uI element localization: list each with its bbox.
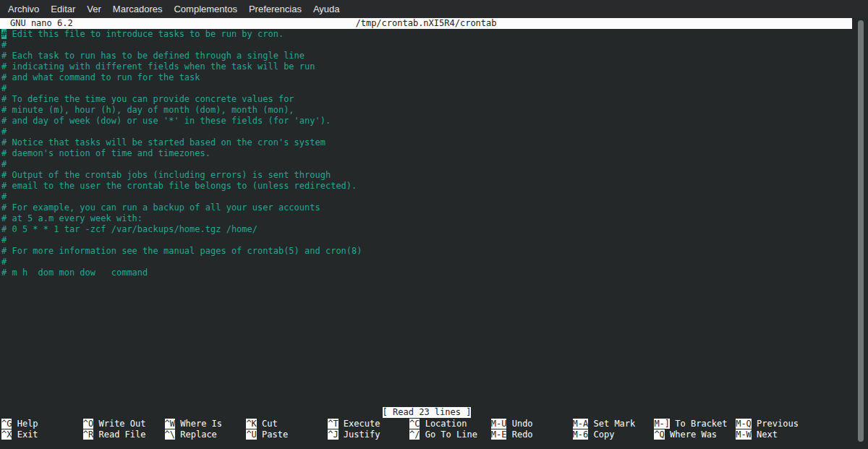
nano-version-label: GNU nano 6.2 (10, 18, 73, 29)
menu-item-preferencias[interactable]: Preferencias (243, 0, 307, 18)
shortcut-read-file: ^R Read File (83, 429, 165, 440)
shortcut-key: ^J (328, 429, 338, 440)
shortcut-label: Exit (12, 429, 38, 440)
text-cursor: # (1, 29, 7, 39)
shortcut-key: ^X (1, 429, 12, 440)
shortcut-exit: ^X Exit (1, 429, 83, 440)
editor-line: # For example, you can run a backup of a… (1, 202, 852, 213)
shortcut-bar-row-2: ^X Exit^R Read File^\ Replace^U Paste^J … (1, 429, 841, 440)
status-row: [ Read 23 lines ] (0, 407, 854, 418)
shortcut-undo: M-U Undo (491, 419, 573, 429)
shortcut-key: M-U (491, 419, 507, 429)
shortcut-key: ^R (83, 429, 93, 440)
menu-item-complementos[interactable]: Complementos (168, 0, 242, 18)
shortcut-key: ^/ (409, 429, 420, 440)
editor-line: # (1, 192, 852, 202)
shortcut-label: Cut (257, 419, 278, 429)
terminal-window: ArchivoEditarVerMarcadoresComplementosPr… (0, 0, 868, 449)
editor-line: # (1, 127, 852, 137)
shortcut-justify: ^J Justify (328, 429, 409, 440)
menu-item-ver[interactable]: Ver (81, 0, 107, 18)
shortcut-key: ^W (165, 419, 175, 429)
menu-item-archivo[interactable]: Archivo (2, 0, 45, 18)
nano-title-bar: GNU nano 6.2 /tmp/crontab.nXI5R4/crontab (0, 18, 852, 29)
shortcut-where-is: ^W Where Is (165, 419, 247, 429)
shortcut-execute: ^T Execute (328, 419, 409, 429)
shortcut-label: Help (12, 419, 38, 429)
editor-line: # and what command to run for the task (1, 72, 852, 83)
shortcut-write-out: ^O Write Out (83, 419, 165, 429)
shortcut-label: Undo (506, 419, 532, 429)
shortcut-set-mark: M-A Set Mark (573, 419, 655, 429)
editor-line: # (1, 159, 852, 170)
shortcut-label: Set Mark (588, 419, 635, 429)
shortcut-where-was: ^Q Where Was (654, 429, 736, 440)
shortcut-redo: M-E Redo (491, 429, 573, 440)
shortcut-label: Execute (339, 419, 380, 429)
shortcut-key: ^U (246, 429, 256, 440)
shortcut-key: M-Q (736, 419, 752, 429)
shortcut-label: Copy (588, 429, 614, 440)
shortcut-key: ^Q (654, 429, 664, 440)
shortcut-label: Location (420, 419, 467, 429)
shortcut-go-to-line: ^/ Go To Line (409, 429, 491, 440)
editor-line: # For more information see the manual pa… (1, 246, 852, 257)
editor-line: # Notice that tasks will be started base… (1, 137, 852, 148)
shortcut-key: M-E (491, 429, 507, 440)
shortcut-label: Redo (506, 429, 532, 440)
editor-line: # and day of week (dow) or use '*' in th… (1, 116, 852, 127)
shortcut-label: To Bracket (670, 419, 727, 429)
shortcut-key: ^K (246, 419, 256, 429)
editor-line: # Edit this file to introduce tasks to b… (1, 29, 852, 40)
editor-text-area[interactable]: # Edit this file to introduce tasks to b… (1, 29, 852, 278)
shortcut-label: Go To Line (420, 429, 477, 440)
shortcut-label: Previous (752, 419, 799, 429)
shortcut-key: ^C (409, 419, 420, 429)
menu-item-ayuda[interactable]: Ayuda (307, 0, 346, 18)
shortcut-key: ^G (1, 419, 12, 429)
file-path-label: /tmp/crontab.nXI5R4/crontab (0, 18, 852, 29)
editor-line: # minute (m), hour (h), day of month (do… (1, 105, 852, 116)
editor-line: # To define the time you can provide con… (1, 94, 852, 105)
status-message: [ Read 23 lines ] (383, 407, 472, 418)
shortcut-key: ^T (328, 419, 338, 429)
shortcut-label: Where Was (665, 429, 717, 440)
shortcut-label: Paste (257, 429, 288, 440)
menu-bar: ArchivoEditarVerMarcadoresComplementosPr… (0, 0, 868, 18)
shortcut-copy: M-6 Copy (573, 429, 655, 440)
shortcut-previous: M-Q Previous (736, 419, 817, 429)
shortcut-key: M-6 (573, 429, 589, 440)
shortcut-key: M-W (736, 429, 752, 440)
editor-line: # 0 5 * * 1 tar -zcf /var/backups/home.t… (1, 224, 852, 235)
editor-line: # (1, 40, 852, 51)
editor-line: # (1, 83, 852, 94)
menu-item-marcadores[interactable]: Marcadores (107, 0, 169, 18)
editor-line: # (1, 257, 852, 268)
shortcut-replace: ^\ Replace (165, 429, 247, 440)
editor-line: # m h dom mon dow command (1, 268, 852, 278)
shortcut-to-bracket: M-] To Bracket (654, 419, 736, 429)
editor-line: # (1, 235, 852, 246)
shortcut-key: ^\ (165, 429, 175, 440)
shortcut-label: Next (752, 429, 778, 440)
shortcut-bar-row-1: ^G Help^O Write Out^W Where Is^K Cut^T E… (1, 419, 841, 429)
shortcut-help: ^G Help (1, 419, 83, 429)
shortcut-paste: ^U Paste (246, 429, 328, 440)
editor-line: # indicating with different fields when … (1, 61, 852, 72)
editor-line: # Output of the crontab jobs (including … (1, 170, 852, 181)
editor-line: # email to the user the crontab file bel… (1, 181, 852, 192)
shortcut-key: M-A (573, 419, 589, 429)
editor-line: # Each task to run has to be defined thr… (1, 51, 852, 61)
shortcut-location: ^C Location (409, 419, 491, 429)
shortcut-next: M-W Next (736, 429, 817, 440)
scrollbar-thumb[interactable] (858, 20, 864, 442)
shortcut-label: Replace (175, 429, 217, 440)
shortcut-key: ^O (83, 419, 93, 429)
menu-item-editar[interactable]: Editar (45, 0, 81, 18)
editor-line: # daemon's notion of time and timezones. (1, 148, 852, 159)
editor-line: # at 5 a.m every week with: (1, 213, 852, 224)
shortcut-key: M-] (654, 419, 670, 429)
shortcut-label: Write Out (93, 419, 145, 429)
shortcut-label: Justify (339, 429, 380, 440)
shortcut-cut: ^K Cut (246, 419, 328, 429)
